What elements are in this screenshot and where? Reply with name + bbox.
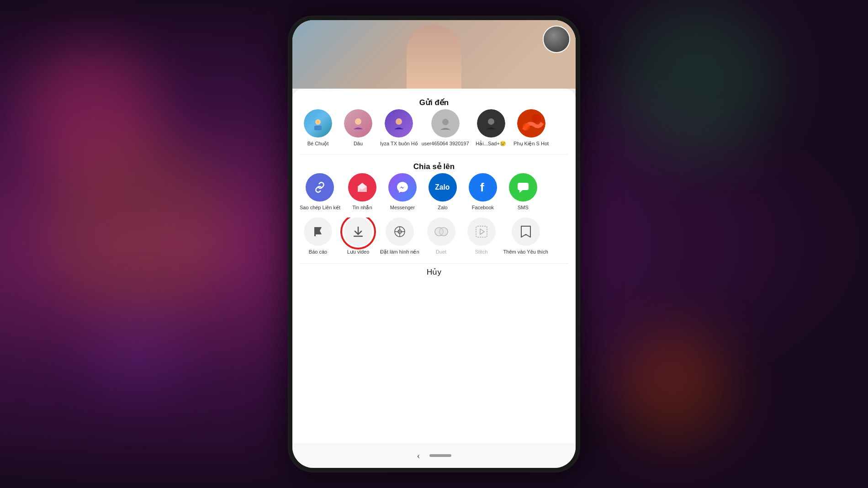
share-icon-message — [348, 173, 376, 202]
contact-avatar — [517, 109, 545, 138]
contact-item[interactable]: Dâu — [340, 109, 376, 147]
action-item-report[interactable]: Báo cáo — [300, 217, 336, 255]
bottom-sheet: Gửi đến Bé Chuột — [292, 89, 576, 443]
svg-rect-30 — [476, 226, 487, 237]
action-item-duet[interactable]: Duet — [423, 217, 460, 255]
contact-avatar — [385, 109, 413, 138]
share-label: Messenger — [390, 204, 415, 211]
svg-point-2 — [355, 118, 361, 125]
video-content — [292, 20, 576, 89]
action-item-stitch[interactable]: Stitch — [463, 217, 500, 255]
action-icon-stitch — [467, 217, 496, 246]
action-icon-save — [344, 217, 372, 246]
actions-section: Báo cáo Lưu video — [300, 217, 568, 255]
back-arrow-icon[interactable]: ‹ — [417, 450, 420, 461]
contacts-row: Bé Chuột Dâu — [300, 109, 568, 147]
send-to-title: Gửi đến — [300, 98, 568, 107]
contact-item[interactable]: Phụ Kiện S Hot — [513, 109, 550, 147]
svg-point-5 — [488, 118, 494, 125]
share-icon-zalo: Zalo — [429, 173, 457, 202]
action-label: Duet — [436, 249, 446, 255]
svg-marker-31 — [480, 229, 484, 234]
share-icon-copy — [306, 173, 334, 202]
action-label-stitch: Stitch — [475, 249, 488, 255]
share-row: Sao chép Liên kết Tin nhắn — [300, 173, 568, 211]
action-label: Báo cáo — [309, 249, 327, 255]
top-avatar[interactable] — [543, 26, 570, 53]
action-label: Thêm vào Yêu thích — [503, 249, 548, 255]
share-icon-sms — [509, 173, 537, 202]
share-item-messenger[interactable]: Messenger — [384, 173, 421, 211]
contact-item[interactable]: Hải...Sad+😢 — [473, 109, 509, 147]
contact-name: Phụ Kiện S Hot — [513, 140, 549, 147]
contact-avatar — [344, 109, 372, 138]
share-icon-messenger — [388, 173, 417, 202]
share-to-section: Chia sẻ lên Sao chép Liên kết — [300, 162, 568, 211]
contact-avatar — [477, 109, 505, 138]
action-item-save[interactable]: Lưu video — [340, 217, 376, 255]
action-row: Báo cáo Lưu video — [300, 217, 568, 255]
share-label: Facebook — [472, 204, 494, 211]
contact-name: user465064 3920197 — [422, 140, 469, 147]
contact-avatar — [431, 109, 460, 138]
contact-avatar — [304, 109, 332, 138]
svg-marker-25 — [398, 230, 402, 233]
contact-name: Hải...Sad+😢 — [476, 140, 506, 147]
action-item-wallpaper[interactable]: Đặt làm hình nền — [380, 217, 419, 255]
phone-frame: Gửi đến Bé Chuột — [288, 16, 580, 472]
svg-point-7 — [523, 123, 530, 130]
action-icon-wallpaper — [386, 217, 414, 246]
avatar-image — [544, 27, 569, 52]
share-label: Zalo — [438, 204, 447, 211]
svg-text:f: f — [480, 180, 484, 194]
share-icon-facebook: f — [469, 173, 497, 202]
share-to-title: Chia sẻ lên — [300, 162, 568, 171]
action-icon-duet — [427, 217, 455, 246]
action-icon-report — [304, 217, 332, 246]
share-item-copy[interactable]: Sao chép Liên kết — [300, 173, 340, 211]
svg-rect-15 — [518, 183, 529, 190]
svg-point-3 — [396, 118, 402, 125]
share-item-zalo[interactable]: Zalo Zalo — [424, 173, 461, 211]
svg-point-8 — [532, 114, 541, 123]
svg-marker-16 — [519, 190, 523, 193]
action-label: Lưu video — [347, 249, 370, 255]
action-icon-bookmark — [512, 217, 540, 246]
svg-point-0 — [315, 119, 321, 125]
bottom-navigation: ‹ — [292, 443, 576, 468]
share-item-message[interactable]: Tin nhắn — [344, 173, 381, 211]
action-label: Đặt làm hình nền — [380, 249, 419, 255]
share-label: Tin nhắn — [352, 204, 372, 211]
share-item-facebook[interactable]: f Facebook — [465, 173, 501, 211]
contact-name: Dâu — [354, 140, 363, 147]
share-item-sms[interactable]: SMS — [505, 173, 541, 211]
phone-screen: Gửi đến Bé Chuột — [292, 20, 576, 468]
contact-item[interactable]: Iyza TX buôn Hồ — [380, 109, 418, 147]
share-label: Sao chép Liên kết — [300, 204, 340, 211]
action-item-bookmark[interactable]: Thêm vào Yêu thích — [503, 217, 548, 255]
video-section — [292, 20, 576, 89]
svg-point-4 — [442, 119, 449, 125]
contact-name: Bé Chuột — [307, 140, 329, 147]
cancel-button[interactable]: Hủy — [300, 263, 568, 281]
contact-item[interactable]: Bé Chuột — [300, 109, 336, 147]
send-to-section: Gửi đến Bé Chuột — [300, 98, 568, 147]
home-pill[interactable] — [429, 454, 451, 457]
contact-item[interactable]: user465064 3920197 — [422, 109, 469, 147]
svg-text:Zalo: Zalo — [435, 184, 450, 191]
share-label: SMS — [518, 204, 529, 211]
divider — [300, 154, 568, 154]
svg-rect-17 — [314, 227, 316, 236]
svg-rect-1 — [314, 126, 322, 130]
svg-point-29 — [439, 228, 448, 236]
contact-name: Iyza TX buôn Hồ — [380, 140, 418, 147]
